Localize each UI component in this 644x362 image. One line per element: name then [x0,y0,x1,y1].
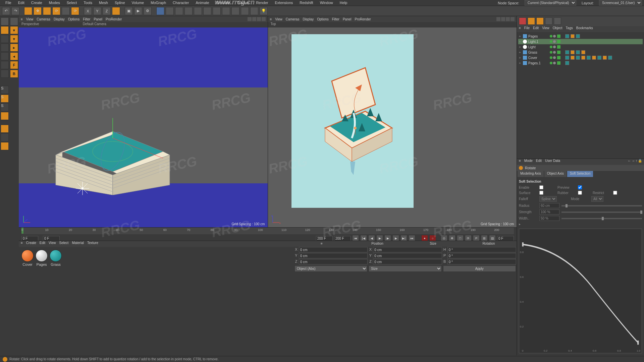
range-start[interactable] [21,236,38,241]
render-view[interactable]: ▣ [125,7,133,15]
pos-input[interactable] [299,259,368,264]
mat-edit[interactable]: Edit [40,241,45,247]
vp-display[interactable]: Display [54,17,65,21]
vp-nav4-icon[interactable] [262,17,266,21]
mat-select[interactable]: Select [59,241,69,247]
mode-right[interactable]: ▸ [10,44,18,52]
add-light[interactable] [213,7,221,15]
tag-icon[interactable] [576,56,580,60]
expand-icon[interactable]: + [518,61,522,65]
enable-check[interactable] [557,40,560,43]
rot-input[interactable] [447,247,516,252]
mode-left[interactable]: ◂ [10,52,18,60]
viewport-canvas-persp[interactable]: Grid Spacing : 100 cm [19,27,268,227]
rotate-tool[interactable]: ⟳ [52,7,60,15]
tag-icon[interactable] [571,34,575,38]
obj-view[interactable]: View [542,26,549,32]
pos-input[interactable] [299,253,368,258]
tag-icon[interactable] [565,56,569,60]
menu-create[interactable]: Create [28,0,46,6]
menu-animate[interactable]: Animate [192,0,212,6]
enable-check[interactable] [557,56,560,59]
vp2-panel[interactable]: Panel [343,17,352,21]
material-pages[interactable]: Pages [36,250,48,266]
mat-create[interactable]: Create [26,241,36,247]
obj-edit[interactable]: Edit [533,26,539,32]
workplane-mode[interactable] [1,44,9,52]
vis-dot[interactable] [553,35,556,38]
obj-hamburger-icon[interactable]: ≡ [519,26,521,32]
add-spline[interactable] [166,7,174,15]
vis-dot[interactable] [553,51,556,54]
menu-mograph[interactable]: MoGraph [147,0,169,6]
tab-object-axis[interactable]: Object Axis [544,171,567,177]
vp2-display[interactable]: Display [303,17,314,21]
snap-toggle[interactable] [1,112,9,120]
vp2-options[interactable]: Options [317,17,328,21]
rp-icon2[interactable] [528,17,535,25]
tab-modeling-axis[interactable]: Modeling Axis [518,171,544,177]
recent-tool[interactable]: ⟳ [71,7,79,15]
object-row-Cover[interactable]: +Cover [518,55,643,60]
tag-icon[interactable] [576,50,580,54]
radius-input[interactable] [539,203,559,208]
vis-dot[interactable] [550,40,552,43]
mat-texture[interactable]: Texture [87,241,98,247]
vp-view[interactable]: View [26,17,34,21]
tag-icon[interactable] [581,56,585,60]
size-input[interactable] [373,253,442,258]
vp-prorender[interactable]: ProRender [106,17,122,21]
tag-icon[interactable] [608,56,612,60]
cur-start[interactable] [316,236,333,241]
add-deformer[interactable] [184,7,193,15]
vp-panel[interactable]: Panel [94,17,102,21]
menu-mesh[interactable]: Mesh [96,0,111,6]
enable-check[interactable] [557,45,560,49]
menu-spline[interactable]: Spline [111,0,128,6]
mode-v[interactable]: ▾ [10,26,18,34]
tag-icon[interactable] [587,56,591,60]
strength-input[interactable] [539,209,559,215]
vis-dot[interactable] [550,35,552,38]
vp2-nav2-icon[interactable] [501,17,505,21]
attr-edit[interactable]: Edit [536,159,542,165]
menu-help[interactable]: Help [336,0,351,6]
snap-s3[interactable]: S [1,103,9,111]
tag-icon[interactable] [592,56,596,60]
menu-window[interactable]: Window [317,0,336,6]
move-tool[interactable]: ✥ [34,7,42,15]
attr-back-icon[interactable]: ← [628,159,631,165]
model-mode[interactable] [1,26,9,34]
vp-nav1-icon[interactable] [248,17,252,21]
lock-x[interactable]: X [84,7,92,15]
tag-icon[interactable] [597,56,601,60]
add-tag[interactable] [250,7,258,15]
vis-dot[interactable] [553,46,556,48]
mode-select[interactable]: All [591,196,603,202]
tab-soft-selection[interactable]: Soft Selection [567,171,593,177]
enable-check[interactable] [557,61,560,65]
vp-nav3-icon[interactable] [257,17,261,21]
viewport-canvas-top[interactable]: xz Grid Spacing : 100 cm [268,27,517,227]
menu-extensions[interactable]: Extensions [271,0,296,6]
tag-icon[interactable] [565,50,569,54]
rot-input[interactable] [447,253,516,258]
undo-button[interactable]: ↶ [2,7,10,15]
rot-input[interactable] [447,259,516,264]
enable-check[interactable] [557,51,560,54]
select-tool[interactable] [24,7,32,15]
vp-nav2-icon[interactable] [252,17,256,21]
width-input[interactable] [539,216,559,221]
attr-up-icon[interactable]: ↑ [636,159,637,165]
restrict-checkbox[interactable] [613,191,617,195]
mode-b[interactable]: B [10,70,18,78]
mode-f[interactable]: F [10,61,18,69]
menu-redshift[interactable]: Redshift [296,0,316,6]
lock-y[interactable]: Y [93,7,101,15]
expand-icon[interactable]: + [518,35,522,38]
time-cursor-field[interactable] [497,236,514,241]
size-input[interactable] [373,259,442,264]
vp2-view[interactable]: View [275,17,282,21]
add-field[interactable] [222,7,230,15]
last-tool[interactable] [62,7,70,15]
